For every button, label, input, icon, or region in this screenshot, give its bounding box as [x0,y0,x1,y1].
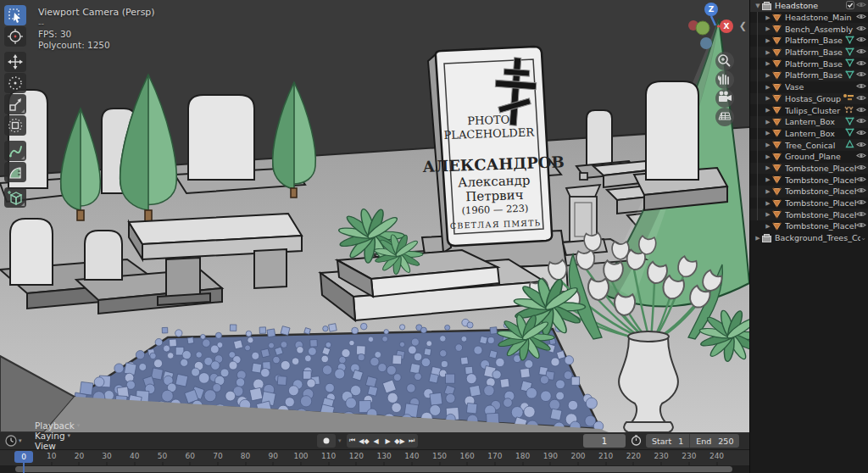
eye-icon[interactable] [856,82,866,92]
object-label[interactable]: Tombstone_Placehok [785,221,856,231]
eye-icon[interactable] [856,221,866,231]
camera-view-button[interactable] [715,89,734,108]
disclosure-triangle-icon[interactable]: ▶ [764,119,772,125]
disclosure-triangle-icon[interactable]: ▶ [764,164,772,171]
select-box-tool[interactable] [4,5,26,25]
outliner-object-row[interactable]: ▶Platform_Base [750,47,868,58]
eye-icon[interactable] [856,36,866,45]
jump-to-end-button[interactable]: ⏭ [406,434,418,448]
auto-keyframe-stopwatch-icon[interactable] [631,435,642,448]
object-label[interactable]: Platform_Base [785,36,845,45]
object-label[interactable]: Lantern_Box [785,129,845,138]
play-reverse-button[interactable]: ◀ [370,434,382,448]
add-cube-tool[interactable] [4,187,26,208]
eye-icon[interactable] [856,106,866,115]
scale-tool[interactable] [4,94,26,114]
disclosure-triangle-icon[interactable]: ▶ [764,72,772,79]
disclosure-triangle-icon[interactable]: ▶ [764,107,772,114]
zoom-button[interactable] [715,52,734,70]
rotate-tool[interactable] [4,73,26,93]
outliner-object-row[interactable]: ▶Lantern_Box [750,116,868,128]
object-label[interactable]: Tombstone_Placehok [785,164,856,173]
eye-icon[interactable] [856,210,866,220]
panel-collapse-icon[interactable]: ❮ [739,20,747,31]
eye-icon[interactable] [856,70,866,80]
playhead[interactable]: 0 [14,451,33,463]
disclosure-triangle-icon[interactable]: ▶ [764,49,772,56]
eye-icon[interactable] [856,117,866,126]
measure-tool[interactable] [4,162,26,182]
outliner-object-row[interactable]: ▶Tombstone_Placehok [750,198,868,209]
object-label[interactable]: Tree_Conical [785,141,845,150]
outliner-object-row[interactable]: ▶Tombstone_Placehok [750,220,868,232]
object-label[interactable]: Tombstone_Placehok [785,186,856,196]
outliner-object-row[interactable]: ▶Tree_Conical [750,139,868,151]
eye-icon[interactable] [856,198,866,208]
menu-kaying[interactable]: Kaying▾ [27,431,87,441]
object-label[interactable]: Platform_Base [785,70,845,80]
eye-icon[interactable] [856,129,866,138]
next-keyframe-button[interactable]: ◆▶ [394,434,406,448]
object-label[interactable]: Bench_Assembly [785,25,856,34]
object-label[interactable]: Tombstone_Placehok [785,198,856,208]
disclosure-triangle-icon[interactable]: ▶ [764,84,772,91]
disclosure-triangle-icon[interactable]: ▶ [764,188,772,195]
eye-icon[interactable] [856,186,866,196]
disclosure-triangle-icon[interactable]: ▶ [764,223,772,230]
outliner-object-row[interactable]: ▶Tombstone_Placehok [750,174,868,186]
eye-icon[interactable] [856,94,866,103]
eye-icon[interactable] [856,59,866,69]
object-label[interactable]: Vase [785,82,856,92]
transform-tool[interactable] [4,115,26,136]
scrollbar-thumb[interactable] [15,466,732,472]
eye-icon[interactable] [856,152,866,161]
prev-keyframe-button[interactable]: ◀◆ [359,434,370,448]
start-frame-field[interactable]: Start 1 [646,437,689,446]
record-button[interactable] [317,434,336,448]
viewport-3d[interactable]: PHOTO PLACEHOLDER АЛЕКСАНДРОВ Александр … [0,0,749,432]
annotate-tool[interactable] [4,141,26,161]
object-label[interactable]: Platform_Base [785,47,845,57]
object-label[interactable]: Ground_Plane [785,152,856,161]
collection-label[interactable]: Background_Trees_Cone [775,233,860,242]
cursor-tool[interactable] [4,26,26,47]
eye-icon[interactable] [856,13,866,22]
record-options-chevron-icon[interactable]: ▾ [338,437,342,444]
outliner-collection-root[interactable]: ▼ Headstone [750,0,868,12]
outliner-object-row[interactable]: ▶Platform_Base [750,58,868,70]
disclosure-triangle-icon[interactable]: ▶ [764,60,772,67]
grid-ortho-button[interactable] [715,108,734,126]
object-label[interactable]: Tulips_Cluster [785,106,844,115]
disclosure-triangle-icon[interactable]: ▼ [754,3,762,9]
disclosure-triangle-icon[interactable]: ▶ [764,95,772,102]
menu-playback[interactable]: Playback▾ [27,420,87,431]
eye-icon[interactable] [856,25,866,34]
disclosure-triangle-icon[interactable]: ▶ [764,211,772,218]
eye-icon[interactable] [856,164,866,173]
editor-type-selector[interactable]: ▾ [5,435,27,448]
disclosure-triangle-icon[interactable]: ▶ [764,14,772,21]
end-frame-field[interactable]: End 250 [690,437,739,446]
disclosure-triangle-icon[interactable]: ▶ [764,200,772,207]
timeline-ruler[interactable]: 0102030405060708090100110120130140150160… [0,450,749,465]
outliner-object-row[interactable]: ▶Platform_Base [750,70,868,81]
eye-icon[interactable] [856,47,866,57]
eye-icon[interactable] [856,141,866,150]
disclosure-triangle-icon[interactable]: ▶ [764,37,772,44]
outliner-object-row[interactable]: ▶Ground_Plane [750,151,868,163]
object-label[interactable]: Hostas_Group [785,94,843,103]
object-label[interactable]: Tombstone_Placehok [785,175,856,185]
outliner-object-row[interactable]: ▶Tombstone_Placehok [750,186,868,198]
outliner-object-row[interactable]: ▶Tulips_Cluster [750,104,868,116]
eye-icon[interactable] [856,1,866,10]
checkbox-icon[interactable] [846,1,854,11]
current-frame-field[interactable]: 1 [583,434,626,448]
outliner-object-row[interactable]: ▶Vase [750,81,868,93]
pan-hand-button[interactable] [715,70,734,89]
move-tool[interactable] [4,52,26,72]
timeline-scrollbar[interactable] [0,465,749,473]
disclosure-triangle-icon[interactable]: ▶ [764,142,772,148]
disclosure-triangle-icon[interactable]: ▶ [764,153,772,160]
outliner-object-row[interactable]: ▶Headstone_Main [750,12,868,24]
object-label[interactable]: Lantern_Box [785,117,845,126]
